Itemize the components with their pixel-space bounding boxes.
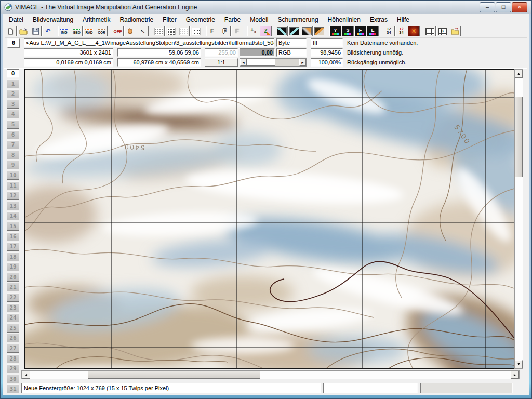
menu-item-filter[interactable]: Filter	[158, 15, 181, 25]
menu-item-modell[interactable]: Modell	[245, 15, 273, 25]
image-slot-19[interactable]: 19	[7, 262, 19, 271]
menu-item-arithmetik[interactable]: Arithmetik	[78, 15, 115, 25]
rad-mode-button[interactable]: RAD	[83, 26, 95, 36]
filter-f-light-button[interactable]: F	[231, 26, 243, 36]
scroll-down-icon[interactable]: ▼	[515, 360, 523, 368]
menu-item-datei[interactable]: Datei	[4, 15, 28, 25]
undo-button[interactable]: ↶	[42, 26, 54, 36]
crosshair-3-button[interactable]: +3	[247, 26, 259, 36]
pan-hand-button[interactable]	[124, 26, 136, 36]
menu-item-schummerung[interactable]: Schummerung	[273, 15, 323, 25]
close-icon[interactable]: ×	[512, 2, 527, 12]
z-edit-button[interactable]: Z	[260, 26, 272, 36]
save-image-button[interactable]	[30, 26, 42, 36]
off-button[interactable]: OFF	[112, 26, 124, 36]
resolution-field[interactable]: 59,06 59,06	[117, 48, 201, 57]
max-value-field[interactable]: 255,00	[205, 48, 238, 57]
img-mode-button[interactable]: IMG	[58, 26, 70, 36]
channel-e-button[interactable]: E	[367, 26, 379, 36]
min-value-field[interactable]: 0,00	[240, 48, 275, 57]
image-slot-5[interactable]: 5	[7, 120, 19, 129]
channel-s-button[interactable]: S	[342, 26, 354, 36]
geo-mode-button[interactable]: GEO	[71, 26, 83, 36]
digits-1234-button[interactable]: 1234	[383, 26, 395, 36]
profile-diagonal-cyan-button[interactable]	[276, 26, 288, 36]
image-slot-7[interactable]: 7	[7, 140, 19, 149]
scroll-left-icon[interactable]: ◄	[240, 59, 247, 66]
select-arrow-button[interactable]: ↖	[137, 26, 149, 36]
profile-cross-orange-button[interactable]	[313, 26, 325, 36]
image-slot-6[interactable]: 6	[7, 130, 19, 139]
channel-y-button[interactable]: Y	[329, 26, 341, 36]
image-slot-2[interactable]: 2	[7, 89, 19, 98]
scroll-right-icon[interactable]: ►	[511, 371, 519, 379]
zoom-scrollbar-thumb[interactable]	[247, 59, 275, 66]
horizontal-scrollbar[interactable]: ◄ ►	[21, 370, 520, 379]
image-slot-16[interactable]: 16	[7, 232, 19, 241]
scroll-up-icon[interactable]: ▲	[515, 70, 523, 78]
image-slot-18[interactable]: 18	[7, 252, 19, 261]
image-slot-31[interactable]: 31	[7, 384, 19, 393]
image-slot-4[interactable]: 4	[7, 110, 19, 118]
menu-item-radiometrie[interactable]: Radiometrie	[115, 15, 158, 25]
source-path-field[interactable]: <Aus E:\V_I_M_A_G_E___4_1\VimageAusstell…	[24, 38, 274, 47]
image-slot-23[interactable]: 23	[7, 303, 19, 312]
cor-mode-button[interactable]: COR	[96, 26, 108, 36]
minimize-icon[interactable]: –	[480, 2, 495, 12]
raster-dense-button[interactable]	[190, 26, 202, 36]
menu-item-bildverwaltung[interactable]: Bildverwaltung	[28, 15, 78, 25]
new-image-button[interactable]	[5, 26, 17, 36]
image-slot-3[interactable]: 3	[7, 100, 19, 109]
scroll-left-icon[interactable]: ◄	[22, 371, 30, 379]
profile-diagonal-orange-button[interactable]	[301, 26, 313, 36]
raster-sparse-button[interactable]	[165, 26, 177, 36]
data-format-field[interactable]: Byte	[276, 38, 307, 47]
channels-field[interactable]: III	[311, 38, 343, 47]
vertical-scrollbar[interactable]: ▲ ▼	[514, 69, 523, 369]
image-slot-27[interactable]: 27	[7, 344, 19, 353]
raster-faint-button[interactable]	[178, 26, 190, 36]
menu-item-hhenlinien[interactable]: Höhenlinien	[323, 15, 365, 25]
menu-item-extras[interactable]: Extras	[365, 15, 392, 25]
zoom-scrollbar-track[interactable]	[275, 59, 299, 66]
filter-f-outline-button[interactable]: F	[219, 26, 231, 36]
grid-table-b-button[interactable]: B	[436, 26, 448, 36]
value-field[interactable]: 98,9456	[311, 48, 343, 57]
image-slot-11[interactable]: 11	[7, 181, 19, 190]
image-slot-10[interactable]: 10	[7, 171, 19, 180]
print-size-field[interactable]: 60,9769 cm x 40,6569 cm	[117, 58, 201, 66]
raster-gray-button[interactable]	[153, 26, 165, 36]
image-slot-12[interactable]: 12	[7, 191, 19, 200]
image-slot-26[interactable]: 26	[7, 334, 19, 342]
image-slot-21[interactable]: 21	[7, 283, 19, 291]
digits-1234-red-button[interactable]: 1234	[395, 26, 407, 36]
grid-table-button[interactable]	[424, 26, 436, 36]
vertical-scrollbar-thumb[interactable]	[515, 97, 523, 177]
map-viewport[interactable]: 5400 5700	[24, 69, 514, 369]
color-gear-button[interactable]: ✳	[408, 26, 420, 36]
menu-item-farbe[interactable]: Farbe	[220, 15, 245, 25]
maximize-icon[interactable]: □	[496, 2, 511, 12]
image-slot-25[interactable]: 25	[7, 324, 19, 332]
image-slot-22[interactable]: 22	[7, 293, 19, 302]
image-slot-28[interactable]: 28	[7, 354, 19, 363]
color-mode-field[interactable]: RGB	[276, 48, 307, 57]
image-slot-20[interactable]: 20	[7, 273, 19, 282]
pixel-size-field[interactable]: 0,0169 cm 0,0169 cm	[24, 58, 113, 66]
channel-f-button[interactable]: F	[354, 26, 366, 36]
image-slot-8[interactable]: 8	[7, 151, 19, 159]
image-slot-24[interactable]: 24	[7, 313, 19, 322]
zoom-percent-field[interactable]: 100,00%	[311, 58, 343, 66]
image-slot-13[interactable]: 13	[7, 202, 19, 210]
horizontal-scrollbar-thumb[interactable]	[88, 371, 260, 379]
image-slot-29[interactable]: 29	[7, 364, 19, 373]
menu-item-hilfe[interactable]: Hilfe	[392, 15, 414, 25]
scroll-right-icon[interactable]: ►	[299, 59, 306, 66]
image-slot-0[interactable]: 0	[7, 69, 19, 78]
profile-cross-cyan-button[interactable]	[288, 26, 300, 36]
image-slot-9[interactable]: 9	[7, 161, 19, 169]
dimensions-field[interactable]: 3601 x 2401	[24, 48, 113, 57]
export-folder-button[interactable]	[449, 26, 461, 36]
open-image-button[interactable]	[17, 26, 29, 36]
image-slot-17[interactable]: 17	[7, 242, 19, 251]
